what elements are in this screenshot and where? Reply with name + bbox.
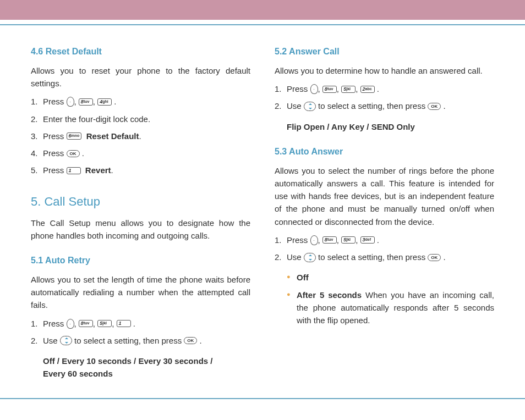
left-column: 4.6 Reset Default Allows you to reset yo… [31,43,250,384]
step-1: 1. Press , 8tuv, 4ghi . [31,95,250,108]
step-1: 1. Press , 8tuv, 5jkl, 3def . [275,234,494,246]
section-5-3-steps: 1. Press , 8tuv, 5jkl, 3def . 2. Use to … [275,234,494,264]
section-5-2-title: 5.2 Answer Call [275,45,494,59]
step-1: 1. Press , 8tuv, 5jkl, 1 . [31,317,250,330]
nav-key-icon [60,336,72,345]
menu-key-icon [310,84,318,94]
key-8: 8tuv [79,98,93,106]
step-2: 2. Use to select a setting, then press O… [275,100,494,112]
key-1: 1 [117,320,131,327]
menu-key-icon [67,97,74,107]
bullet-off: Off [287,271,494,284]
section-5-intro: The Call Setup menu allows you to design… [31,217,250,242]
section-5-1-title: 5.1 Auto Retry [31,254,250,268]
step-5: 5. Press 1 Revert. [31,164,250,176]
section-5-2-intro: Allows you to determine how to handle an… [275,64,494,77]
key-3: 3def [360,236,375,244]
section-5-1-options: Off / Every 10 seconds / Every 30 second… [31,355,250,380]
page-content: 4.6 Reset Default Allows you to reset yo… [0,25,525,384]
section-4-6-steps: 1. Press , 8tuv, 4ghi . 2.Enter the four… [31,95,250,176]
step-3: 3. Press 6mno Reset Default. [31,130,250,142]
ok-key-icon: OK [428,254,441,261]
key-4: 4ghi [97,98,112,106]
key-5: 5jkl [341,86,356,93]
nav-key-icon [304,253,316,262]
key-8: 8tuv [322,86,337,93]
ok-key-icon: OK [67,150,80,157]
section-5-3-title: 5.3 Auto Answer [275,145,494,159]
step-2: 2. Use to select a setting, then press O… [275,251,494,263]
menu-key-icon [310,235,318,245]
section-5-1-intro: Allows you to set the length of time the… [31,273,250,312]
section-5-3-intro: Allows you to select the number of rings… [275,164,494,228]
header-bar [0,0,525,21]
key-8: 8tuv [79,320,93,327]
section-5-3-bullets: Off After 5 seconds When you have an inc… [275,271,494,327]
key-1: 1 [67,167,81,174]
step-2: 2. Use to select a setting, then press O… [31,334,250,347]
key-6: 6mno [67,132,82,140]
step-4: 4. Press OK . [31,147,250,159]
nav-key-icon [304,102,316,111]
section-4-6-intro: Allows you to reset your phone to the fa… [31,64,250,90]
key-8: 8tuv [322,236,337,244]
key-2: 2abc [360,86,375,93]
right-column: 5.2 Answer Call Allows you to determine … [275,43,494,384]
ok-key-icon: OK [184,337,197,344]
key-5: 5jkl [97,320,112,327]
section-5-title: 5. Call Setup [31,192,250,211]
section-5-2-steps: 1. Press , 8tuv, 5jkl, 2abc . 2. Use to … [275,82,494,113]
step-1: 1. Press , 8tuv, 5jkl, 2abc . [275,82,494,95]
bottom-accent-line [0,398,525,399]
step-2: 2.Enter the four-digit lock code. [31,113,250,125]
ok-key-icon: OK [428,103,441,110]
section-5-2-options: Flip Open / Any Key / SEND Only [275,120,494,133]
menu-key-icon [67,319,74,329]
key-5: 5jkl [341,236,356,244]
bullet-after-5: After 5 seconds When you have an incomin… [287,289,494,327]
section-5-1-steps: 1. Press , 8tuv, 5jkl, 1 . 2. Use to sel… [31,317,250,347]
section-4-6-title: 4.6 Reset Default [31,45,250,59]
